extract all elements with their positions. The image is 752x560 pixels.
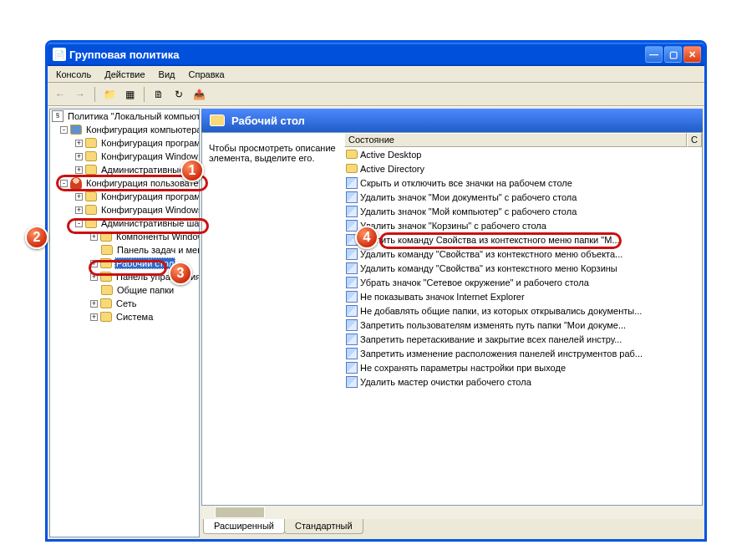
list-item[interactable]: Убрать значок "Сетевое окружение" и рабо… xyxy=(344,275,702,289)
tree-network[interactable]: + Сеть xyxy=(50,297,199,310)
item-name: Удалить значок "Мои документы" с рабочег… xyxy=(360,192,702,202)
item-name: Удалить значок "Корзины" с рабочего стол… xyxy=(360,221,702,231)
tab-standard[interactable]: Стандартный xyxy=(284,519,363,534)
tree-user-admin[interactable]: - Административные шабл xyxy=(50,216,199,230)
titlebar[interactable]: 📄 Групповая политика — ▢ ✕ xyxy=(48,43,704,66)
list-item[interactable]: Active Desktop xyxy=(344,147,702,161)
policy-icon xyxy=(346,348,358,359)
policy-icon xyxy=(346,277,358,288)
expand-icon[interactable]: + xyxy=(75,193,83,201)
collapse-icon[interactable]: - xyxy=(60,126,68,134)
refresh-button[interactable]: ↻ xyxy=(170,85,188,104)
tree-taskbar[interactable]: Панель задач и меню xyxy=(50,243,199,257)
minimize-button[interactable]: — xyxy=(645,46,663,63)
show-tree-button[interactable]: ▦ xyxy=(120,85,139,104)
tree-win-components[interactable]: + Компоненты Windows xyxy=(50,230,199,243)
window-title: Групповая политика xyxy=(69,48,645,61)
tree-desktop[interactable]: + Рабочий стол xyxy=(50,257,199,270)
policy-icon xyxy=(346,333,358,345)
expand-icon[interactable]: + xyxy=(90,313,98,321)
list-item[interactable]: Удалить команду "Свойства" из контекстно… xyxy=(344,261,702,275)
folder-icon xyxy=(70,125,82,135)
expand-icon[interactable]: + xyxy=(90,260,98,267)
folder-icon xyxy=(100,272,112,282)
list-item[interactable]: Удалить значок "Мои документы" с рабочег… xyxy=(344,190,702,204)
close-button[interactable]: ✕ xyxy=(683,46,701,63)
content-area: § Политика "Локальный компьюте - Конфигу… xyxy=(48,106,704,539)
folder-icon xyxy=(100,232,112,242)
list-item[interactable]: Удалить команду Свойства из контекстного… xyxy=(344,232,702,247)
tree-user-windows[interactable]: + Конфигурация Windows xyxy=(50,203,199,216)
list-item[interactable]: Скрыть и отключить все значки на рабочем… xyxy=(344,176,702,190)
item-name: Active Desktop xyxy=(360,150,702,160)
tab-bar: Расширенный Стандартный xyxy=(201,519,703,537)
tree-comp-windows[interactable]: + Конфигурация Window xyxy=(50,150,199,163)
item-name: Убрать значок "Сетевое окружение" и рабо… xyxy=(360,277,702,288)
menu-help[interactable]: Справка xyxy=(182,68,231,81)
folder-icon xyxy=(101,285,113,295)
list-item[interactable]: Удалить команду "Свойства" из контекстно… xyxy=(344,247,702,261)
expand-icon[interactable]: + xyxy=(75,153,83,160)
tree-comp-software[interactable]: + Конфигурация програм xyxy=(50,136,199,150)
list-item[interactable]: Не добавлять общие папки, из которых отк… xyxy=(344,303,702,318)
list-item[interactable]: Active Directory xyxy=(344,161,702,176)
tree-system[interactable]: + Система xyxy=(50,310,199,323)
policy-icon xyxy=(346,362,358,374)
tree-shared-folders[interactable]: Общие папки xyxy=(50,283,199,297)
forward-button[interactable]: → xyxy=(71,85,89,104)
expand-icon[interactable]: + xyxy=(90,300,98,308)
collapse-icon[interactable]: - xyxy=(75,220,83,227)
toolbar: ← → 📁 ▦ 🗎 ↻ 📤 xyxy=(48,83,704,106)
tree-computer-config[interactable]: - Конфигурация компьютера xyxy=(50,123,199,136)
folder-icon xyxy=(85,138,97,148)
right-pane: Рабочий стол Чтобы просмотреть описание … xyxy=(201,109,703,537)
expand-icon[interactable]: + xyxy=(75,140,83,147)
properties-button[interactable]: 🗎 xyxy=(150,85,168,104)
list-item[interactable]: Не показывать значок Internet ExplorerН xyxy=(344,289,702,303)
item-name: Запретить пользователям изменять путь па… xyxy=(360,320,702,330)
tab-extended[interactable]: Расширенный xyxy=(203,519,285,534)
column-state[interactable]: Состояние xyxy=(344,133,687,147)
menu-action[interactable]: Действие xyxy=(98,68,151,81)
policy-icon xyxy=(346,262,358,274)
horizontal-scrollbar[interactable] xyxy=(201,506,703,519)
folder-icon xyxy=(85,151,97,161)
up-button[interactable]: 📁 xyxy=(100,85,119,104)
policy-list[interactable]: Состояние С Active DesktopActive Directo… xyxy=(344,133,702,505)
item-name: Запретить перетаскивание и закрытие всех… xyxy=(360,334,702,344)
category-header: Рабочий стол xyxy=(201,109,703,132)
item-name: Active Directory xyxy=(360,164,702,174)
expand-icon[interactable]: + xyxy=(90,273,98,281)
maximize-button[interactable]: ▢ xyxy=(664,46,682,63)
detail-area: Чтобы просмотреть описание элемента, выд… xyxy=(201,132,703,506)
item-name: Не добавлять общие папки, из которых отк… xyxy=(360,306,702,316)
list-item[interactable]: Удалить значок "Корзины" с рабочего стол… xyxy=(344,218,702,232)
list-header[interactable]: Состояние С xyxy=(344,133,702,147)
tree-comp-admin[interactable]: + Административные ша xyxy=(50,163,199,176)
tree-user-config[interactable]: - Конфигурация пользовате xyxy=(50,176,199,190)
tree-pane[interactable]: § Политика "Локальный компьюте - Конфигу… xyxy=(49,109,200,537)
menu-view[interactable]: Вид xyxy=(152,68,182,81)
column-c[interactable]: С xyxy=(687,133,702,147)
menu-console[interactable]: Консоль xyxy=(49,68,98,81)
list-item[interactable]: Запретить изменение расположения панелей… xyxy=(344,346,702,360)
expand-icon[interactable]: + xyxy=(75,166,83,174)
expand-icon[interactable]: + xyxy=(90,233,98,241)
item-name: Удалить команду "Свойства" из контекстно… xyxy=(360,249,702,259)
tree-control-panel[interactable]: + Панель управления xyxy=(50,270,199,283)
back-button[interactable]: ← xyxy=(51,85,69,104)
list-item[interactable]: Не сохранять параметры настройки при вых… xyxy=(344,360,702,374)
expand-icon[interactable]: + xyxy=(75,206,83,214)
collapse-icon[interactable]: - xyxy=(60,180,68,187)
tree-root[interactable]: § Политика "Локальный компьюте xyxy=(50,109,199,123)
list-item[interactable]: Удалить значок "Мой компьютер" с рабочег… xyxy=(344,204,702,218)
policy-icon xyxy=(346,305,358,317)
folder-icon xyxy=(85,205,97,215)
list-item[interactable]: Запретить пользователям изменять путь па… xyxy=(344,318,702,332)
list-item[interactable]: Запретить перетаскивание и закрытие всех… xyxy=(344,332,702,346)
folder-icon xyxy=(100,258,112,268)
list-item[interactable]: Удалить мастер очистки рабочего столаН xyxy=(344,374,702,389)
tree-user-software[interactable]: + Конфигурация програм xyxy=(50,190,199,203)
item-name: Удалить мастер очистки рабочего стола xyxy=(360,377,702,387)
export-button[interactable]: 📤 xyxy=(190,85,208,104)
